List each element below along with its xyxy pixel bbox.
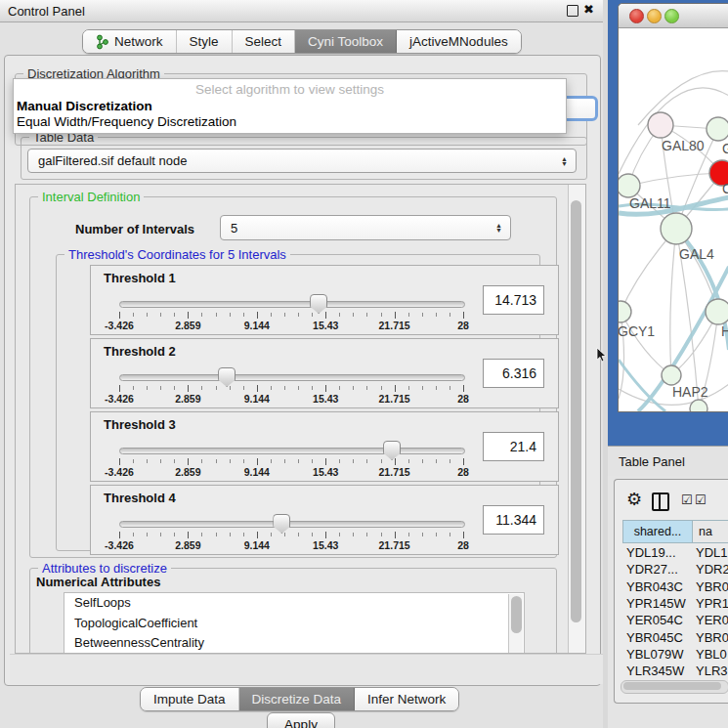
tab-cyni-toolbox[interactable]: Cyni Toolbox [295,30,397,53]
tick-label: 9.144 [244,320,270,331]
cell[interactable]: YBR0 [696,579,728,594]
algorithm-option-manual[interactable]: Manual Discretization [17,99,152,113]
table-row[interactable]: YDL19...YDL1 [622,544,728,561]
threshold-3-slider[interactable]: -3.426 2.859 9.144 15.43 21.715 28 [119,442,463,479]
tick-label: 2.859 [175,393,200,405]
column-settings-icon[interactable] [652,492,669,511]
table-row[interactable]: YER054CYER0 [622,612,728,628]
tick-label: 28 [457,466,469,478]
algorithm-option-equal-width[interactable]: Equal Width/Frequency Discretization [17,114,236,129]
cell[interactable]: YDR2 [696,562,728,577]
tab-impute-data[interactable]: Impute Data [141,688,239,710]
threshold-1-slider[interactable]: -3.426 2.859 9.144 15.43 21.715 28 [119,295,463,332]
table-row[interactable]: YBR045CYBR0 [622,628,728,645]
table-data-combo[interactable]: galFiltered.sif default node ▲▼ [27,149,577,173]
tick-label: 21.715 [379,466,410,478]
node-h[interactable] [706,299,728,324]
threshold-2-value[interactable]: 6.316 [483,359,544,388]
node-label: GAL4 [679,246,714,262]
tab-network-label: Network [114,34,163,49]
checkbox-icon[interactable]: ☑ [695,492,707,507]
network-window-titlebar[interactable] [619,4,728,28]
node-gal11[interactable] [619,174,640,197]
slider-thumb[interactable] [218,367,236,387]
control-panel-title: Control Panel [8,4,85,19]
tab-style[interactable]: Style [177,30,233,53]
node-gcy1[interactable] [619,301,631,322]
table-row[interactable]: YDR27...YDR2 [622,561,728,578]
algorithm-hint-item[interactable]: Select algorithm to view settings [14,82,566,97]
gear-icon[interactable]: ⚙ [626,489,642,510]
threshold-3-value[interactable]: 21.4 [483,432,544,461]
list-item[interactable]: BetweennessCentrality [64,633,524,654]
tab-infer-network[interactable]: Infer Network [355,688,458,710]
table-row[interactable]: YBL079WYBL0 [622,646,728,663]
threshold-4-value[interactable]: 11.344 [483,505,544,535]
table-row[interactable]: YLR345WYLR3 [622,663,728,679]
cell[interactable]: YBL079W [622,647,696,662]
attributes-list[interactable]: SelfLoops TopologicalCoefficient Between… [64,592,525,654]
slider-thumb[interactable] [383,441,401,460]
slider-track[interactable] [119,448,465,454]
tab-select[interactable]: Select [233,30,296,53]
slider-thumb[interactable] [310,294,327,314]
list-scrollbar[interactable] [508,594,523,653]
table-row[interactable]: YBR043CYBR0 [622,578,728,595]
cell[interactable]: YLR345W [622,664,696,678]
cell[interactable]: YPR145W [622,596,696,611]
tab-jactivemnodules[interactable]: jActiveMNodules [397,30,521,53]
apply-button-label: Apply [284,717,318,728]
table-row[interactable]: YPR145WYPR1 [622,595,728,612]
network-view-window[interactable]: GAL80 GA C GAL11 GAL4 GCY1 H HAP2 [618,3,728,412]
cell[interactable]: YBR043C [622,579,696,594]
apply-button[interactable]: Apply [267,712,335,728]
tick-label: 15.43 [313,539,338,551]
close-icon[interactable]: ✖ [583,2,594,17]
threshold-2-slider[interactable]: -3.426 2.859 9.144 15.43 21.715 28 [119,368,463,406]
close-traffic-light-icon[interactable] [629,9,644,23]
node-label: C [722,181,728,196]
table-horizontal-scrollbar[interactable] [621,680,728,694]
node-ga[interactable] [707,117,728,141]
tab-network[interactable]: Network [83,30,177,53]
node-gal4[interactable] [661,213,692,244]
cell[interactable]: YDL1 [696,545,728,560]
num-intervals-combo[interactable]: 5 ▲▼ [220,215,511,240]
checkbox-icon[interactable]: ☑ [681,492,693,507]
cell[interactable]: YBL0 [696,647,728,662]
list-item[interactable]: SelfLoops [64,593,524,614]
column-header-name[interactable]: na [693,520,728,543]
cell[interactable]: YLR3 [696,664,728,678]
column-header-shared-name[interactable]: shared... [622,520,693,543]
cell[interactable]: YDR27... [622,562,696,577]
cell[interactable]: YDL19... [622,545,696,560]
cell[interactable]: YER0 [696,613,728,627]
cell[interactable]: YBR045C [622,630,696,645]
slider-track[interactable] [119,301,465,308]
zoom-traffic-light-icon[interactable] [664,9,679,23]
thresholds-group: Threshold's Coordinates for 5 Intervals … [56,254,540,551]
cyni-toolbox-panel: Discretization Algorithm Table Data galF… [4,55,601,686]
panel-scrollbar[interactable] [568,185,585,653]
slider-track[interactable] [119,521,465,528]
tab-discretize-data[interactable]: Discretize Data [239,688,356,710]
threshold-1-value[interactable]: 14.713 [483,285,544,315]
node-gal80[interactable] [648,112,673,138]
slider-track[interactable] [119,374,465,381]
list-item[interactable]: TopologicalCoefficient [64,614,524,634]
float-window-icon[interactable] [567,5,578,17]
tick-label: 15.43 [313,320,338,331]
tick-label: 28 [457,393,469,405]
threshold-4-slider[interactable]: -3.426 2.859 9.144 15.43 21.715 28 [119,515,463,552]
network-graph-canvas[interactable]: GAL80 GA C GAL11 GAL4 GCY1 H HAP2 [619,27,728,411]
cell[interactable]: YPR1 [696,596,728,611]
settings-scrollpane: Interval Definition Number of Intervals … [15,184,586,654]
slider-thumb[interactable] [273,514,290,534]
node-hap2[interactable] [662,365,681,385]
minimize-traffic-light-icon[interactable] [647,9,662,23]
node-bottom[interactable] [690,400,707,411]
tick-label: 28 [457,320,469,331]
cell[interactable]: YER054C [622,613,696,627]
interval-definition-group: Interval Definition Number of Intervals … [29,196,557,558]
cell[interactable]: YBR0 [696,630,728,645]
